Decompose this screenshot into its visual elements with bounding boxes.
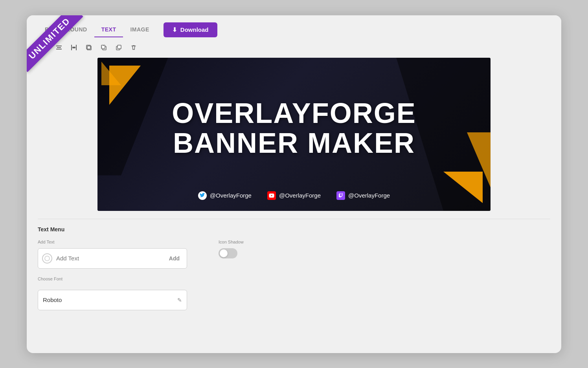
svg-rect-8 [72, 47, 75, 48]
banner-title-line1: OVERLAYFORGE [172, 99, 416, 128]
social-item-youtube: @OverlayForge [267, 191, 321, 200]
svg-rect-3 [56, 46, 62, 46]
bring-forward-icon[interactable] [97, 41, 110, 54]
delete-element-icon[interactable] [127, 41, 140, 54]
send-backward-icon[interactable] [112, 41, 125, 54]
text-input-icon [42, 253, 52, 264]
svg-rect-0 [41, 46, 47, 46]
download-button[interactable]: ⬇ Download [164, 22, 217, 37]
panel-col-text: Add Text Add Choose Font ✎ [38, 240, 187, 310]
svg-point-15 [45, 256, 50, 261]
choose-font-label: Choose Font [38, 276, 187, 281]
triangle-topleft [109, 66, 141, 105]
app-window: UNLIMITED BACKGROUND TEXT IMAGE ⬇ Downlo… [27, 15, 561, 353]
add-text-input-wrap: Add [38, 248, 187, 269]
icon-shadow-toggle[interactable] [219, 248, 237, 258]
panel-col-shadow: Icon Shadow [219, 240, 244, 258]
icon-shadow-label: Icon Shadow [219, 240, 244, 244]
panel-row: Add Text Add Choose Font ✎ Icon Shadow [38, 240, 550, 310]
canvas-area: OVERLAYFORGE BANNER MAKER @OverlayForge … [27, 58, 561, 219]
twitter-icon [198, 191, 207, 200]
svg-rect-14 [118, 45, 121, 49]
svg-rect-1 [41, 47, 45, 48]
banner-content: OVERLAYFORGE BANNER MAKER [172, 99, 416, 158]
banner-social-bar: @OverlayForge @OverlayForge @OverlayForg… [97, 191, 491, 200]
toolbar [27, 37, 561, 58]
panel-title: Text Menu [38, 226, 550, 233]
duplicate-icon[interactable] [83, 41, 95, 54]
svg-rect-6 [71, 45, 72, 50]
tab-background[interactable]: BACKGROUND [38, 22, 94, 37]
align-left-icon[interactable] [38, 41, 50, 54]
svg-rect-7 [76, 45, 77, 50]
add-text-button[interactable]: Add [166, 254, 183, 263]
font-select-wrap: ✎ [38, 290, 187, 310]
social-item-twitter: @OverlayForge [198, 191, 252, 200]
banner-title-line2: BANNER MAKER [173, 128, 415, 158]
svg-rect-5 [56, 49, 62, 49]
banner-canvas[interactable]: OVERLAYFORGE BANNER MAKER @OverlayForge … [97, 58, 491, 211]
svg-rect-4 [57, 47, 61, 48]
bottom-panel: Text Menu Add Text Add Choose Font ✎ [27, 219, 561, 321]
add-text-field[interactable] [56, 255, 162, 262]
font-input[interactable] [43, 297, 173, 303]
font-edit-icon[interactable]: ✎ [177, 297, 182, 303]
social-item-twitch: @OverlayForge [336, 191, 390, 200]
tab-image[interactable]: IMAGE [123, 22, 156, 37]
twitch-handle: @OverlayForge [348, 192, 390, 199]
twitch-icon [336, 191, 345, 200]
download-icon: ⬇ [172, 26, 177, 33]
youtube-handle: @OverlayForge [279, 192, 321, 199]
toggle-knob [220, 249, 228, 257]
top-nav: BACKGROUND TEXT IMAGE ⬇ Download [27, 15, 561, 37]
svg-rect-2 [41, 49, 47, 49]
tab-text[interactable]: TEXT [94, 22, 123, 37]
twitter-handle: @OverlayForge [210, 192, 252, 199]
add-text-label: Add Text [38, 240, 187, 244]
distribute-icon[interactable] [68, 41, 80, 54]
youtube-icon [267, 191, 276, 200]
align-center-icon[interactable] [53, 41, 65, 54]
